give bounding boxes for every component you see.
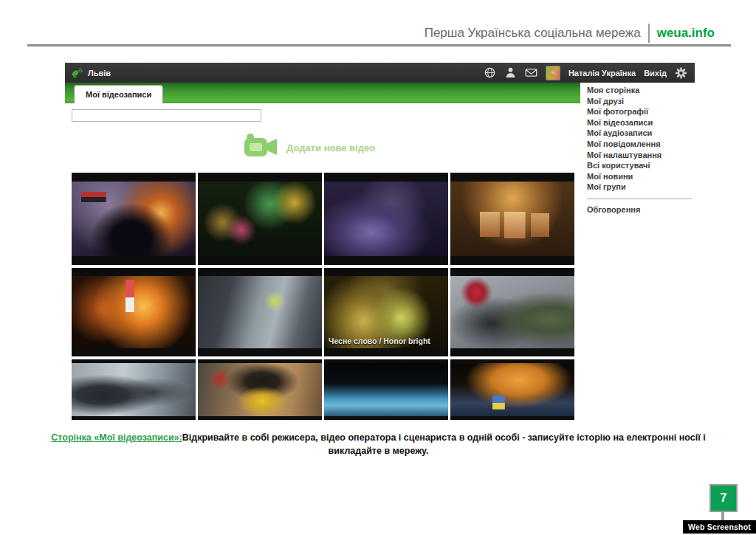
gear-icon[interactable] — [675, 66, 687, 79]
video-grid: Чесне слово / Honor bright — [72, 173, 574, 420]
sidebar-item-my-news[interactable]: Мої новини — [587, 171, 695, 182]
sidebar-item-my-videos[interactable]: Мої відеозаписи — [587, 117, 695, 128]
video-thumb-fire-night-protest-image — [72, 182, 196, 256]
video-caption: Чесне слово / Honor bright — [329, 336, 430, 345]
video-thumb-night-crowd-stage[interactable] — [198, 173, 322, 265]
person-icon[interactable] — [504, 66, 517, 79]
caption-link[interactable]: Сторінка «Мої відеозаписи»: — [51, 432, 182, 443]
header-divider — [648, 24, 650, 43]
sidebar-item-my-photos[interactable]: Мої фотографії — [587, 106, 695, 117]
topbar-left: Львів — [71, 66, 111, 79]
video-thumb-winter-crowd[interactable] — [72, 359, 196, 420]
sidebar: Моя сторінкаМої друзіМої фотографіїМої в… — [580, 83, 695, 215]
add-video-button[interactable]: Додати нове відео — [244, 133, 375, 163]
site-title: Перша Українська соціальна мережа — [425, 26, 641, 41]
globe-icon[interactable] — [484, 66, 496, 79]
satellite-icon — [71, 66, 83, 79]
watermark: Web Screenshot — [683, 520, 756, 534]
search-input[interactable] — [72, 109, 261, 122]
sidebar-item-my-audio[interactable]: Мої аудіозаписи — [587, 128, 695, 139]
mail-icon[interactable] — [525, 66, 537, 79]
sidebar-item-my-settings[interactable]: Мої налаштування — [587, 150, 695, 161]
video-thumb-fire-night-protest[interactable] — [72, 173, 196, 265]
sidebar-list: Моя сторінкаМої друзіМої фотографіїМої в… — [587, 85, 695, 193]
page-number-badge: 7 — [709, 484, 738, 512]
city-label[interactable]: Львів — [88, 69, 111, 77]
video-thumb-winter-barricade[interactable] — [198, 268, 322, 356]
tab-my-videos[interactable]: Мої відеозаписи — [74, 85, 163, 103]
video-thumb-people-with-posters[interactable] — [450, 173, 574, 265]
video-thumb-burning-barricade[interactable] — [72, 268, 196, 356]
app-topbar: Львів — [65, 63, 695, 83]
sidebar-item-my-groups[interactable]: Мої групи — [587, 182, 695, 193]
video-thumb-night-street-smoke[interactable] — [324, 173, 448, 265]
page: Перша Українська соціальна мережа weua.i… — [0, 0, 756, 535]
video-thumb-maidan-square-night[interactable] — [450, 359, 574, 420]
avatar[interactable] — [546, 66, 560, 80]
logout-button[interactable]: Вихід — [644, 69, 667, 77]
video-thumb-honor-bright[interactable]: Чесне слово / Honor bright — [324, 268, 448, 356]
sidebar-item-my-messages[interactable]: Мої повідомлення — [587, 139, 695, 150]
sidebar-divider — [587, 199, 692, 199]
user-name[interactable]: Наталія Українка — [568, 69, 636, 77]
video-thumb-yellow-scarf-protester-image — [198, 363, 322, 416]
content-column: Мої відеозаписи Додати нове відео — [65, 83, 580, 420]
topbar-right: Наталія Українка Вихід — [484, 66, 687, 80]
video-thumb-winter-crowd-image — [72, 363, 196, 416]
caption-text: Відкривайте в собі режисера, відео опера… — [182, 432, 706, 456]
video-thumb-blue-lit-crowd[interactable] — [324, 359, 448, 420]
video-thumb-winter-barricade-image — [198, 276, 322, 348]
brand-logo: weua.info — [657, 26, 715, 41]
header-rule — [27, 44, 731, 46]
window-body: Мої відеозаписи Додати нове відео — [65, 83, 695, 420]
video-camera-icon — [244, 133, 278, 163]
video-thumb-maidan-square-night-image — [450, 363, 574, 416]
video-thumb-group-discussion-image — [450, 276, 574, 348]
video-thumb-people-with-posters-image — [450, 182, 574, 256]
site-header: Перша Українська соціальна мережа weua.i… — [425, 24, 715, 43]
video-thumb-burning-barricade-image — [72, 276, 196, 348]
caption: Сторінка «Мої відеозаписи»:Відкривайте в… — [44, 431, 712, 458]
sidebar-item-my-friends[interactable]: Мої друзі — [587, 96, 695, 107]
tab-bar: Мої відеозаписи — [65, 83, 580, 103]
app-window: Львів — [65, 63, 695, 420]
video-thumb-night-street-smoke-image — [324, 182, 448, 256]
video-thumb-yellow-scarf-protester[interactable] — [198, 359, 322, 420]
video-thumb-night-crowd-stage-image — [198, 182, 322, 256]
sidebar-item-all-users[interactable]: Всі користувачі — [587, 160, 695, 171]
video-thumb-group-discussion[interactable] — [450, 268, 574, 356]
add-video-label: Додати нове відео — [286, 142, 375, 153]
sidebar-item-my-page[interactable]: Моя сторінка — [587, 85, 695, 96]
video-thumb-blue-lit-crowd-image — [324, 363, 448, 416]
sidebar-item-discussions[interactable]: Обговорення — [587, 204, 695, 215]
tab-label: Мої відеозаписи — [86, 90, 151, 99]
